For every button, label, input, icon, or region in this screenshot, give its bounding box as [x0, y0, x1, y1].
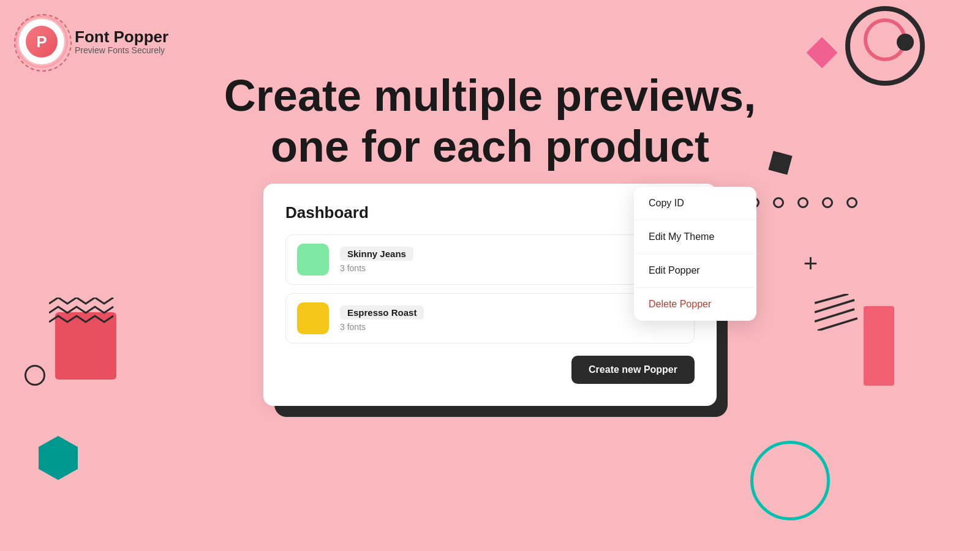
deco-teal-hexagon	[37, 435, 80, 484]
popper-item-skinny-jeans[interactable]: Skinny Jeans 3 fonts	[285, 234, 695, 285]
main-headline: Create multiple previews, one for each p…	[214, 70, 766, 172]
popper-fonts-count: 3 fonts	[340, 263, 413, 273]
deco-red-rect	[864, 306, 894, 386]
popper-name: Espresso Roast	[340, 305, 424, 320]
popper-item-espresso-roast[interactable]: Espresso Roast 3 fonts	[285, 293, 695, 343]
context-menu: Copy ID Edit My Theme Edit Popper Delete…	[634, 187, 756, 321]
deco-dot-3	[797, 197, 809, 208]
logo-circle: P	[17, 17, 66, 66]
popper-info: Skinny Jeans 3 fonts	[340, 247, 413, 273]
logo-icon: P	[26, 26, 58, 58]
deco-diamond	[807, 37, 838, 69]
logo-area: P Font Popper Preview Fonts Securely	[17, 17, 168, 66]
popper-fonts-count: 3 fonts	[340, 322, 424, 332]
headline-line1: Create multiple previews,	[224, 71, 756, 120]
popper-color-swatch	[297, 244, 329, 276]
popper-name: Skinny Jeans	[340, 247, 413, 261]
deco-plus-sign: +	[804, 251, 818, 276]
headline-line2: one for each product	[271, 122, 709, 171]
deco-diagonal-lines	[815, 294, 858, 331]
svg-line-0	[815, 294, 848, 303]
deco-small-circle-left	[24, 365, 45, 386]
app-title: Font Popper	[75, 28, 168, 46]
svg-marker-4	[39, 436, 78, 480]
deco-dot-5	[846, 197, 858, 208]
context-menu-edit-theme[interactable]: Edit My Theme	[634, 220, 756, 254]
app-subtitle: Preview Fonts Securely	[75, 45, 168, 55]
svg-line-3	[818, 318, 858, 331]
dashboard-title: Dashboard	[285, 203, 695, 222]
deco-zigzag	[49, 298, 116, 331]
deco-dark-square	[768, 151, 792, 174]
create-new-popper-button[interactable]: Create new Popper	[571, 356, 695, 384]
deco-dot-2	[773, 197, 784, 208]
deco-teal-circle	[750, 441, 830, 520]
deco-dots-row	[748, 197, 858, 208]
context-menu-delete-popper[interactable]: Delete Popper	[634, 288, 756, 321]
deco-dot-4	[822, 197, 833, 208]
context-menu-copy-id[interactable]: Copy ID	[634, 187, 756, 220]
popper-info: Espresso Roast 3 fonts	[340, 305, 424, 332]
logo-text: Font Popper Preview Fonts Securely	[75, 28, 168, 56]
create-btn-row: Create new Popper	[285, 356, 695, 384]
context-menu-edit-popper[interactable]: Edit Popper	[634, 254, 756, 288]
popper-color-swatch	[297, 302, 329, 334]
deco-dot-dark	[897, 34, 914, 51]
